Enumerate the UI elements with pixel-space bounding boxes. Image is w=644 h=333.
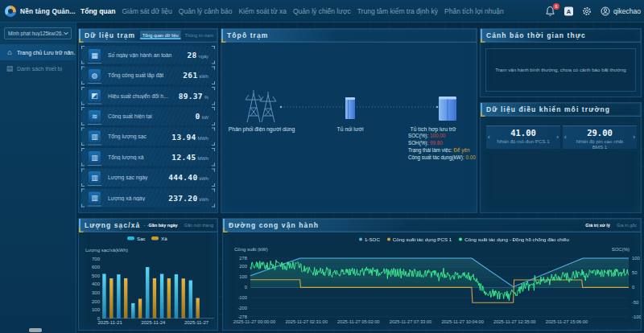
legend-label-0: 1-SOC (365, 236, 380, 242)
metric-list: ▦Số ngày vận hành an toàn28ngày◍Tổng côn… (79, 43, 217, 207)
main-menu: Tổng quanGiám sát dữ liệuQuản lý cảnh bá… (77, 0, 507, 23)
environment-header: Dữ liệu điều khiển môi trường (481, 103, 641, 117)
svg-text:2025-11-27 02:31:00: 2025-11-27 02:31:00 (285, 319, 327, 324)
corner-bl (81, 142, 85, 146)
metric-value-wrap: 237.20kWh (168, 194, 208, 203)
svg-text:50: 50 (632, 270, 637, 275)
bar-sac-6 (189, 281, 192, 319)
menu-item-6[interactable]: Phân tích lợi nhuận (441, 7, 507, 15)
menu-item-3[interactable]: Kiểm soát từ xa (235, 7, 290, 15)
charge-discharge-chart: SạcXảLượng sạc/xả(kWh)010020030040050060… (79, 233, 217, 330)
metric-label: Tổng lượng xả (108, 154, 171, 161)
metric-label: Lượng sạc ngày (108, 175, 168, 181)
topology-header: Tôpô trạm (221, 29, 477, 43)
svg-text:-200: -200 (237, 306, 247, 310)
daily-charge-icon: ▥ (89, 171, 101, 183)
language-switch-icon[interactable]: A (564, 7, 573, 16)
node-label-grid-cabinet: Tủ nối lưới (337, 126, 364, 133)
metric-row-6: ▥Lượng sạc ngày444.40kWh (81, 168, 215, 187)
corner-tr (212, 66, 215, 69)
corner-bl (81, 163, 85, 166)
metric-value: 237.20 (168, 194, 197, 203)
svg-text:600: 600 (92, 265, 101, 269)
legend-dot-2 (459, 238, 462, 241)
alarm-message-box: Trạm vận hành bình thường, chưa có cảnh … (485, 48, 636, 92)
bar-xa-5 (182, 278, 185, 318)
device-list-icon: ▤ (6, 64, 14, 73)
metric-unit: kWh (199, 176, 208, 182)
metric-value-wrap: 89.37% (179, 92, 208, 101)
tab-data-overview[interactable]: Tổng quan dữ liệu (140, 31, 181, 39)
carousel-right-icon[interactable]: › (556, 134, 559, 141)
menu-item-2[interactable]: Quản lý cảnh báo (175, 7, 236, 15)
carousel-right-icon2[interactable]: › (633, 134, 635, 141)
horizontal-scrollbar-thumb[interactable] (29, 328, 42, 332)
notifications-button[interactable]: 6 (545, 6, 555, 17)
tab-last-month[interactable]: Gần một tháng (182, 220, 216, 229)
corner-tr (212, 107, 215, 110)
daily-discharge-icon: ▥ (89, 192, 101, 204)
alarm-message: Trạm vận hành bình thường, chưa có cảnh … (495, 68, 626, 73)
settings-gear-icon[interactable] (582, 6, 592, 16)
menu-item-5[interactable]: Trung tâm kiểm tra định kỳ (354, 7, 441, 15)
corner-br (212, 163, 215, 166)
metric-value-wrap: 13.94MWh (171, 132, 208, 141)
soc-value: 100.00 (430, 134, 445, 139)
user-menu[interactable]: qikechao (601, 6, 641, 16)
corner-tl (81, 148, 85, 151)
corner-tl (81, 189, 85, 192)
power-towers-icon (246, 90, 276, 122)
metric-label: Hiệu suất chuyển đổi h... (108, 92, 179, 99)
corner-bl (81, 61, 85, 64)
corner-br (212, 61, 215, 64)
legend-label-2: Công suất tác dụng - Đồng hồ chống đảo c… (464, 236, 569, 242)
storage-info: SOC(%): 100.00 SOH(%): 99.80 Trạng thái … (408, 133, 476, 161)
menu-item-1[interactable]: Giám sát dữ liệu (118, 7, 175, 15)
tab-processed-value[interactable]: Giá trị xử lý (583, 220, 613, 229)
svg-text:2025-11-27 05:02:00: 2025-11-27 05:02:00 (337, 319, 379, 324)
curve-panel-tabs: Giá trị xử lý Giá trị gốc (583, 220, 639, 229)
total-charge-icon: ▥ (89, 130, 101, 142)
menu-item-4[interactable]: Quản lý chiến lược (290, 7, 354, 15)
svg-text:200: 200 (92, 299, 101, 304)
svg-text:200: 200 (239, 264, 247, 269)
brand: Nền tảng Quản... (5, 0, 76, 23)
metric-value: 12.45 (171, 153, 196, 162)
metric-row-5: ▥Tổng lượng xả12.45MWh (81, 148, 215, 166)
topology-title: Tôpô trạm (221, 32, 268, 40)
svg-text:700: 700 (92, 257, 101, 261)
tab-last-7-days[interactable]: Gần bảy ngày (147, 220, 180, 229)
bar-xa-2 (138, 299, 142, 319)
carousel-left-icon[interactable]: ‹ (488, 134, 490, 141)
sidebar-item-0[interactable]: ⌂Trang chủ Lưu trữ năn... (0, 44, 76, 60)
metric-value-wrap: 444.40kWh (168, 173, 208, 182)
carousel-left-icon2[interactable]: ‹ (564, 134, 567, 141)
corner-tr (212, 128, 215, 131)
charge-panel-header: Lượng sạc/xả ··· Gần bảy ngày Gần một th… (79, 219, 217, 232)
metric-row-4: ▥Tổng lượng sạc13.94MWh (81, 128, 215, 146)
work-status-value: Để yên (453, 147, 469, 153)
tab-raw-value[interactable]: Giá trị gốc (614, 220, 639, 229)
metric-row-3: ≋Công suất hiện tại0kW (81, 107, 215, 125)
soh-value: 99.80 (430, 140, 443, 146)
menu-item-0[interactable]: Tổng quan (77, 7, 118, 15)
bar-axis-title: Lượng sạc/xả(kWh) (85, 248, 128, 253)
station-data-body: ▦Số ngày vận hành an toàn28ngày◍Tổng côn… (79, 43, 217, 212)
corner-br (212, 183, 215, 187)
sidebar-item-1[interactable]: ▤Danh sách thiết bị (0, 60, 76, 76)
env-card-pcs-temp: ‹ 41.00 Nhiệt độ mô-đun PCS 1 › (486, 125, 560, 149)
tab-station-info[interactable]: Thông tin trạm (183, 31, 216, 39)
metric-unit: % (204, 94, 208, 100)
station-selector[interactable]: Minh phat huy125kw/26... (4, 27, 72, 39)
legend-0[interactable]: 1-SOC (359, 236, 380, 242)
legend-2[interactable]: Công suất tác dụng - Đồng hồ chống đảo c… (459, 236, 569, 242)
metric-value-wrap: 261kWh (183, 71, 208, 80)
svg-text:2025-11-27 12:35:00: 2025-11-27 12:35:00 (493, 319, 535, 324)
svg-text:Xả: Xả (161, 236, 167, 241)
corner-tr (212, 148, 215, 151)
nav-actions: 6 A qikechao (545, 0, 641, 23)
bar-xa-1 (124, 278, 127, 319)
chevron-down-icon (64, 31, 68, 35)
corner-tl (81, 66, 85, 69)
legend-1[interactable]: Công suất tác dụng PCS 1 (387, 236, 452, 242)
